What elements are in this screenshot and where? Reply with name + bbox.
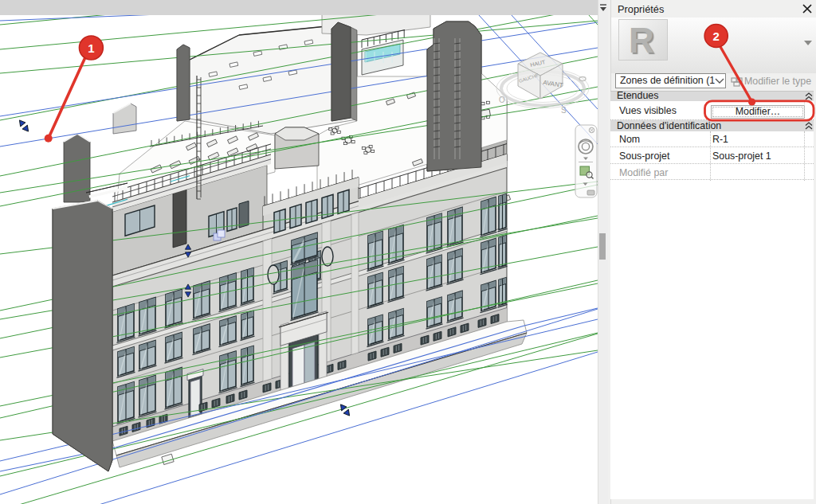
svg-text:S: S [561, 106, 567, 115]
svg-text:O: O [499, 96, 505, 104]
